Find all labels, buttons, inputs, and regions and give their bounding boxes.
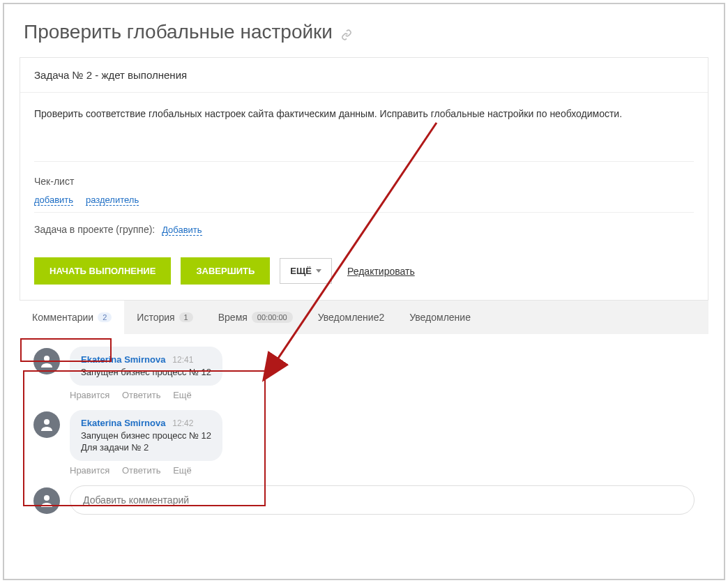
checklist-section: Чек-лист добавить разделитель bbox=[20, 162, 708, 212]
comment-actions: Нравится Ответить Ещё bbox=[70, 390, 695, 400]
comment-text: Запущен бизнес процесс № 12 bbox=[81, 366, 211, 379]
comment-item: Ekaterina Smirnova 12:42 Запущен бизнес … bbox=[33, 410, 695, 461]
comment-actions: Нравится Ответить Ещё bbox=[70, 465, 695, 476]
checklist-add-link[interactable]: добавить bbox=[34, 195, 73, 206]
svg-point-1 bbox=[44, 419, 50, 425]
tab-time-value: 00:00:00 bbox=[252, 312, 293, 323]
task-status: Задача № 2 - ждет выполнения bbox=[20, 58, 708, 93]
chevron-down-icon bbox=[316, 269, 321, 273]
tab-time[interactable]: Время 00:00:00 bbox=[206, 301, 305, 334]
edit-link[interactable]: Редактировать bbox=[347, 266, 415, 277]
project-label: Задача в проекте (группе): bbox=[34, 224, 155, 235]
tab-notify2[interactable]: Уведомление2 bbox=[305, 301, 397, 334]
avatar bbox=[33, 487, 60, 514]
actions-row: НАЧАТЬ ВЫПОЛНЕНИЕ ЗАВЕРШИТЬ ЕЩЁ Редактир… bbox=[20, 250, 708, 300]
avatar bbox=[33, 411, 60, 438]
reply-action[interactable]: Ответить bbox=[122, 465, 161, 476]
reply-action[interactable]: Ответить bbox=[122, 390, 161, 400]
tabs-bar: Комментарии 2 История 1 Время 00:00:00 У… bbox=[20, 301, 708, 334]
tab-comments-label: Комментарии bbox=[32, 312, 93, 323]
comment-bubble: Ekaterina Smirnova 12:42 Запущен бизнес … bbox=[70, 410, 222, 461]
checklist-separator-link[interactable]: разделитель bbox=[86, 195, 139, 206]
link-icon[interactable] bbox=[341, 29, 352, 43]
comment-time: 12:42 bbox=[172, 418, 193, 428]
project-add-link[interactable]: Добавить bbox=[162, 225, 202, 236]
checklist-title: Чек-лист bbox=[34, 176, 694, 187]
add-comment-input[interactable] bbox=[70, 485, 695, 515]
comment-time: 12:41 bbox=[172, 355, 193, 365]
comment-author[interactable]: Ekaterina Smirnova bbox=[81, 354, 165, 365]
more-button-label: ЕЩЁ bbox=[290, 266, 312, 276]
tab-history-label: История bbox=[137, 312, 174, 323]
start-button[interactable]: НАЧАТЬ ВЫПОЛНЕНИЕ bbox=[34, 257, 171, 285]
tab-notify-label: Уведомление bbox=[409, 312, 471, 323]
tab-notify[interactable]: Уведомление bbox=[397, 301, 483, 334]
like-action[interactable]: Нравится bbox=[70, 390, 109, 400]
tab-comments-count: 2 bbox=[98, 312, 112, 322]
avatar bbox=[33, 348, 60, 374]
more-action[interactable]: Ещё bbox=[173, 465, 192, 476]
comment-bubble: Ekaterina Smirnova 12:41 Запущен бизнес … bbox=[70, 347, 222, 386]
svg-point-0 bbox=[44, 356, 50, 361]
more-action[interactable]: Ещё bbox=[173, 390, 192, 400]
tab-history-count: 1 bbox=[179, 312, 193, 322]
add-comment-row bbox=[33, 485, 695, 515]
svg-point-2 bbox=[44, 495, 50, 501]
comments-area: Ekaterina Smirnova 12:41 Запущен бизнес … bbox=[20, 334, 708, 529]
task-description: Проверить соответствие глобальных настро… bbox=[20, 93, 708, 161]
tab-history[interactable]: История 1 bbox=[124, 301, 205, 334]
project-row: Задача в проекте (группе): Добавить bbox=[20, 213, 708, 250]
comment-text: Запущен бизнес процесс № 12Для задачи № … bbox=[81, 430, 211, 454]
comment-item: Ekaterina Smirnova 12:41 Запущен бизнес … bbox=[33, 347, 695, 386]
more-button[interactable]: ЕЩЁ bbox=[280, 258, 332, 284]
tab-notify2-label: Уведомление2 bbox=[318, 312, 385, 323]
comment-author[interactable]: Ekaterina Smirnova bbox=[81, 418, 165, 428]
tab-time-label: Время bbox=[218, 312, 248, 323]
page-title: Проверить глобальные настройки bbox=[24, 21, 333, 43]
tab-comments[interactable]: Комментарии 2 bbox=[20, 301, 124, 334]
finish-button[interactable]: ЗАВЕРШИТЬ bbox=[181, 257, 270, 285]
task-card: Задача № 2 - ждет выполнения Проверить с… bbox=[20, 57, 708, 301]
like-action[interactable]: Нравится bbox=[70, 465, 109, 476]
